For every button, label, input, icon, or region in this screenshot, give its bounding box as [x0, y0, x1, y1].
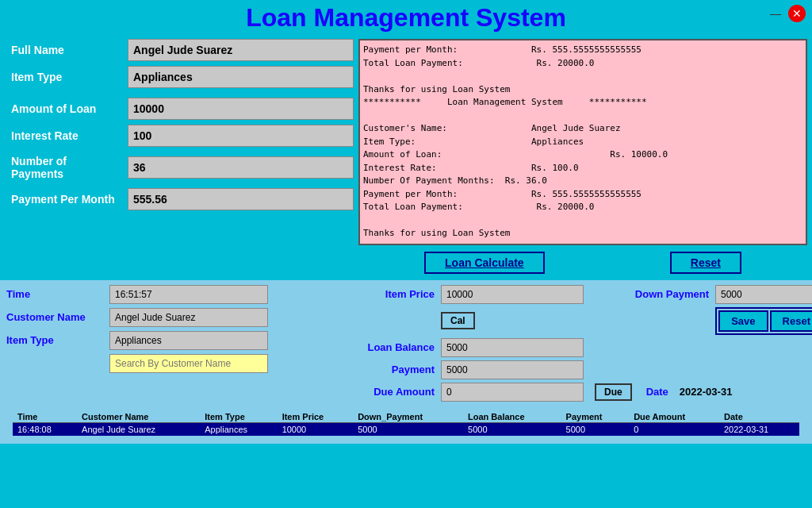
time-input[interactable] [109, 285, 268, 304]
item-type-label: Item Type [5, 67, 128, 87]
cal-save-row: Cal Save Reset [347, 307, 812, 335]
table-header-row: Time Customer Name Item Type Item Price … [13, 411, 799, 423]
item-price-label: Item Price [347, 288, 435, 300]
col-date: Date [719, 411, 799, 423]
loan-form-panel: Full Name Item Type Amount of Loan Inter… [5, 39, 354, 277]
title-bar: Loan Management System — ✕ [0, 0, 812, 36]
col-item-type: Item Type [200, 411, 277, 423]
col-time: Time [13, 411, 77, 423]
reset-top-button[interactable]: Reset [670, 252, 741, 274]
right-col: Payment per Month: Rs. 555.5555555555555… [358, 39, 807, 277]
table-cell: 16:48:08 [13, 422, 77, 436]
due-amount-label: Due Amount [347, 386, 435, 398]
customer-name-label: Customer Name [6, 311, 109, 323]
col-payment: Payment [561, 411, 630, 423]
table-cell: 5000 [561, 422, 630, 436]
payment-input[interactable] [441, 360, 584, 379]
data-table: Time Customer Name Item Type Item Price … [13, 411, 799, 436]
amount-of-loan-row: Amount of Loan [5, 98, 354, 120]
payment-row: Payment [347, 360, 812, 379]
col-customer-name: Customer Name [77, 411, 200, 423]
col-down-payment: Down_Payment [353, 411, 463, 423]
time-label: Time [6, 288, 109, 300]
date-label: Date [646, 386, 668, 398]
number-of-payments-row: Number of Payments [5, 152, 354, 183]
data-table-container: Time Customer Name Item Type Item Price … [6, 410, 806, 439]
col-item-price: Item Price [278, 411, 354, 423]
bottom-item-type-row: Item Type [6, 331, 339, 350]
table-cell: 0 [629, 422, 719, 436]
bottom-right: Item Price Down Payment Cal Save Reset L… [347, 285, 812, 402]
payment-per-month-input[interactable] [128, 188, 354, 210]
bottom-left: Time Customer Name Item Type [6, 285, 339, 402]
loan-balance-row: Loan Balance [347, 338, 812, 357]
time-row: Time [6, 285, 339, 304]
loan-balance-label: Loan Balance [347, 341, 435, 353]
table-cell: Appliances [200, 422, 277, 436]
table-row[interactable]: 16:48:08Angel Jude SuarezAppliances10000… [13, 422, 799, 436]
bottom-item-type-input[interactable] [109, 331, 268, 350]
receipt-panel[interactable]: Payment per Month: Rs. 555.5555555555555… [358, 39, 807, 245]
customer-name-row: Customer Name [6, 308, 339, 327]
payment-label: Payment [347, 364, 435, 375]
table-cell: 5000 [463, 422, 561, 436]
number-of-payments-label: Number of Payments [5, 152, 128, 183]
full-name-label: Full Name [5, 40, 128, 60]
bottom-section: Time Customer Name Item Type Item Price [0, 280, 812, 444]
amount-of-loan-input[interactable] [128, 98, 354, 120]
bottom-top-row: Time Customer Name Item Type Item Price [6, 285, 806, 402]
due-button[interactable]: Due [595, 383, 632, 401]
full-name-row: Full Name [5, 39, 354, 61]
table-cell: 5000 [353, 422, 463, 436]
number-of-payments-input[interactable] [128, 156, 354, 179]
search-row [6, 354, 339, 373]
interest-rate-row: Interest Rate [5, 125, 354, 147]
date-value: 2022-03-31 [680, 386, 733, 398]
due-amount-input[interactable] [441, 383, 584, 402]
bottom-item-type-label: Item Type [6, 334, 109, 346]
window-controls: — ✕ [768, 5, 806, 22]
payment-per-month-label: Payment Per Month [5, 190, 128, 209]
receipt-text: Payment per Month: Rs. 555.5555555555555… [363, 44, 802, 241]
interest-rate-input[interactable] [128, 125, 354, 147]
table-cell: 2022-03-31 [719, 422, 799, 436]
down-payment-input[interactable] [715, 285, 812, 304]
payment-per-month-row: Payment Per Month [5, 188, 354, 210]
search-input[interactable] [109, 354, 268, 373]
reset-bottom-button[interactable]: Reset [770, 310, 812, 332]
col-loan-balance: Loan Balance [463, 411, 561, 423]
cal-button[interactable]: Cal [441, 312, 475, 329]
interest-rate-label: Interest Rate [5, 126, 128, 145]
full-name-input[interactable] [128, 39, 354, 61]
item-price-down-payment-row: Item Price Down Payment [347, 285, 812, 304]
down-payment-label: Down Payment [606, 288, 709, 300]
loan-balance-input[interactable] [441, 338, 584, 357]
item-price-input[interactable] [441, 285, 584, 304]
top-section: Full Name Item Type Amount of Loan Inter… [0, 36, 812, 280]
save-reset-box: Save Reset [715, 307, 812, 335]
due-amount-date-row: Due Amount Due Date 2022-03-31 [347, 383, 812, 402]
app-title: Loan Management System [6, 3, 806, 33]
col-due-amount: Due Amount [629, 411, 719, 423]
item-type-input[interactable] [128, 66, 354, 88]
amount-of-loan-label: Amount of Loan [5, 99, 128, 118]
save-button[interactable]: Save [718, 310, 768, 332]
top-button-row: Loan Calculate Reset [358, 248, 807, 277]
loan-calculate-button[interactable]: Loan Calculate [424, 252, 545, 274]
table-cell: 10000 [278, 422, 354, 436]
table-cell: Angel Jude Suarez [77, 422, 200, 436]
close-button[interactable]: ✕ [788, 5, 806, 22]
minimize-button[interactable]: — [768, 9, 783, 18]
item-type-row: Item Type [5, 66, 354, 88]
customer-name-input[interactable] [109, 308, 268, 327]
